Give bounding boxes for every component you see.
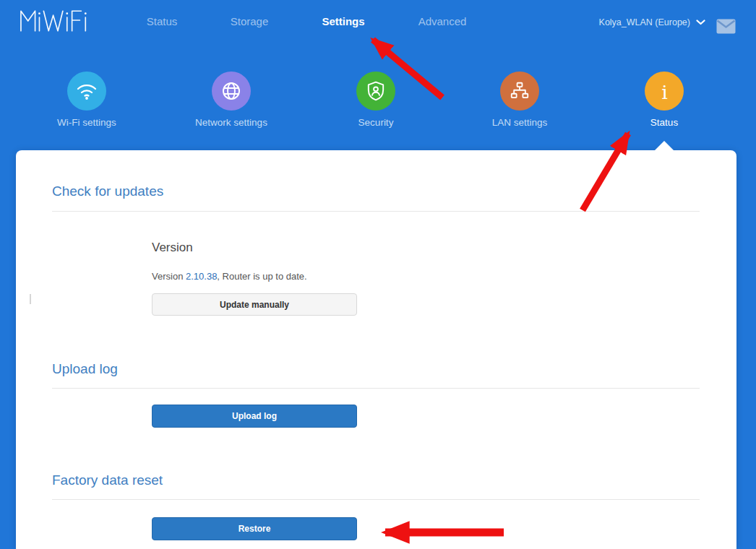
tab-label: Network settings: [170, 117, 293, 128]
tab-label: LAN settings: [458, 117, 581, 128]
tab-status[interactable]: i Status: [603, 72, 726, 128]
nav-item-status[interactable]: Status: [147, 15, 178, 27]
svg-text:i: i: [661, 81, 668, 102]
tab-security[interactable]: Security: [314, 72, 437, 128]
settings-status-panel: Check for updates Version Version 2.10.3…: [16, 150, 736, 549]
chevron-down-icon: [696, 20, 705, 25]
section-title-check-updates: Check for updates: [52, 183, 163, 199]
nav-item-advanced[interactable]: Advanced: [418, 15, 467, 27]
lan-nodes-icon: [500, 72, 539, 111]
divider: [52, 499, 700, 500]
version-number-link[interactable]: 2.10.38: [186, 271, 217, 282]
miwifi-logo[interactable]: MiWiFi: [19, 7, 97, 38]
active-tab-pointer: [655, 141, 674, 150]
divider: [52, 211, 700, 212]
stray-mark: [30, 294, 31, 304]
shield-user-icon: [356, 72, 395, 111]
upload-log-button[interactable]: Upload log: [152, 405, 357, 428]
tab-wifi-settings[interactable]: Wi-Fi settings: [25, 72, 148, 128]
divider: [52, 388, 700, 389]
network-selector[interactable]: Kolya_WLAN (Europe): [599, 17, 705, 27]
tab-lan-settings[interactable]: LAN settings: [458, 72, 581, 128]
tab-label: Security: [314, 117, 437, 128]
update-manually-button[interactable]: Update manually: [152, 293, 357, 316]
nav-item-settings[interactable]: Settings: [322, 15, 364, 27]
nav-item-storage[interactable]: Storage: [231, 15, 269, 27]
version-prefix: Version: [152, 271, 186, 282]
version-subtitle: Version: [152, 241, 193, 255]
globe-icon: [212, 72, 251, 111]
info-icon: i: [645, 72, 684, 111]
section-title-upload-log: Upload log: [52, 361, 118, 377]
envelope-icon: [716, 24, 736, 36]
tab-label: Wi-Fi settings: [25, 117, 148, 128]
tab-network-settings[interactable]: Network settings: [170, 72, 293, 128]
section-title-factory-reset: Factory data reset: [52, 472, 163, 488]
tab-label: Status: [603, 117, 726, 128]
version-status-text: Version 2.10.38, Router is up to date.: [152, 271, 307, 282]
messages-button[interactable]: [716, 19, 736, 34]
restore-button[interactable]: Restore: [152, 517, 357, 540]
network-selector-label: Kolya_WLAN (Europe): [599, 17, 690, 27]
wifi-icon: [67, 72, 106, 111]
version-suffix: , Router is up to date.: [217, 271, 306, 282]
